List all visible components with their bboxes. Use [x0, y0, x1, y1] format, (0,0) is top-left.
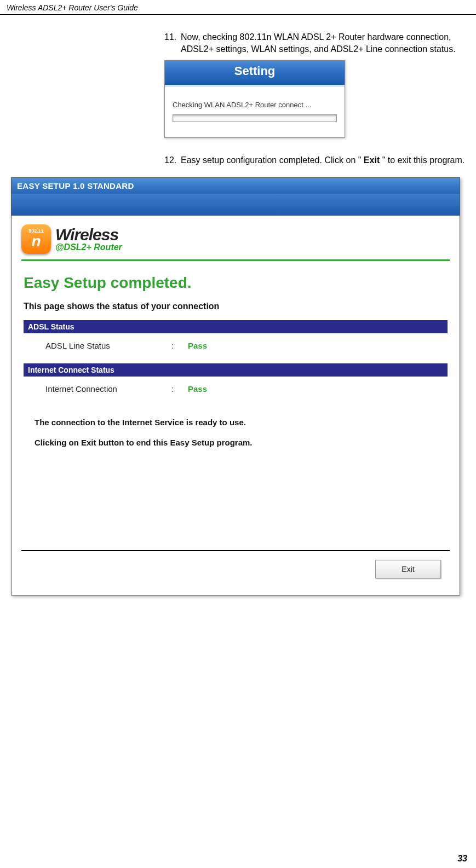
doc-header: Wireless ADSL2+ Router User's Guide — [0, 0, 476, 15]
content: 11. Now, checking 802.11n WLAN ADSL 2+ R… — [0, 15, 476, 595]
step-11: 11. Now, checking 802.11n WLAN ADSL 2+ R… — [164, 31, 465, 138]
adsl-status-bar: ADSL Status — [24, 320, 448, 333]
internet-connect-status-bar: Internet Connect Status — [24, 363, 448, 377]
connection-ready-msg: The connection to the Internet Service i… — [35, 418, 448, 427]
step-12: 12. Easy setup configuration completed. … — [164, 154, 465, 166]
easy-setup-completed-heading: Easy Setup completed. — [24, 274, 448, 292]
internet-connection-label: Internet Connection — [45, 384, 171, 394]
window-titlebar: EASY SETUP 1.0 STANDARD — [12, 178, 460, 194]
spacer — [24, 452, 448, 550]
setting-dialog-title: Setting — [165, 61, 345, 87]
step12-pre: Easy setup configuration completed. Clic… — [181, 155, 364, 165]
logo-sub-text: @DSL2+ Router — [55, 243, 122, 252]
logo-wireless-text: Wireless — [55, 227, 122, 243]
step12-post: " to exit this program. — [380, 155, 464, 165]
setting-dialog: Setting Checking WLAN ADSL2+ Router conn… — [164, 60, 345, 138]
setting-message: Checking WLAN ADSL2+ Router connect ... — [173, 101, 337, 109]
status-intro: This page shows the status of your conne… — [24, 302, 448, 311]
progress-bar — [173, 114, 337, 122]
adsl-line-status-label: ADSL Line Status — [45, 341, 171, 350]
exit-instruction-msg: Clicking on Exit button to end this Easy… — [35, 438, 448, 447]
step12-exit-word: Exit — [364, 155, 380, 165]
exit-button[interactable]: Exit — [375, 560, 441, 578]
step-number: 11. — [164, 31, 181, 55]
logo-area: 802.11 n Wireless @DSL2+ Router — [12, 216, 460, 257]
easy-setup-window: EASY SETUP 1.0 STANDARD 802.11 n Wireles… — [11, 177, 460, 595]
adsl-line-status-value: Pass — [188, 341, 207, 350]
step-body: Easy setup configuration completed. Clic… — [181, 154, 465, 166]
setting-dialog-body: Checking WLAN ADSL2+ Router connect ... — [165, 87, 345, 137]
colon: : — [171, 384, 188, 394]
internet-connection-value: Pass — [188, 384, 207, 394]
badge-n: n — [31, 234, 41, 249]
step-body: Now, checking 802.11n WLAN ADSL 2+ Route… — [181, 31, 465, 55]
colon: : — [171, 341, 188, 350]
adsl-line-status-row: ADSL Line Status : Pass — [24, 341, 448, 363]
page-number: 33 — [457, 854, 467, 864]
footer-bar: Exit — [12, 551, 460, 595]
main-area: Easy Setup completed. This page shows th… — [12, 261, 460, 550]
step-number: 12. — [164, 154, 181, 166]
window-banner — [12, 194, 460, 216]
internet-connection-row: Internet Connection : Pass — [24, 384, 448, 407]
wireless-n-badge-icon: 802.11 n — [21, 224, 51, 254]
